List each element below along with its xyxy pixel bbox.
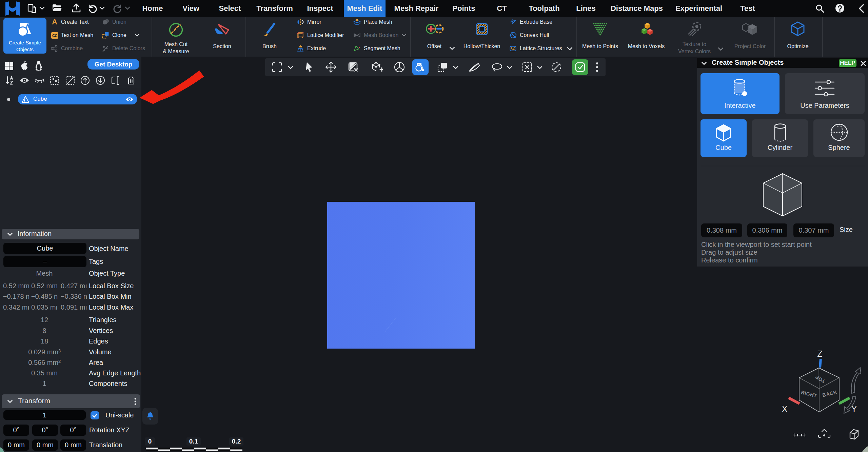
svg-text:Z: Z [817, 349, 822, 358]
svg-text:X: X [782, 404, 788, 414]
